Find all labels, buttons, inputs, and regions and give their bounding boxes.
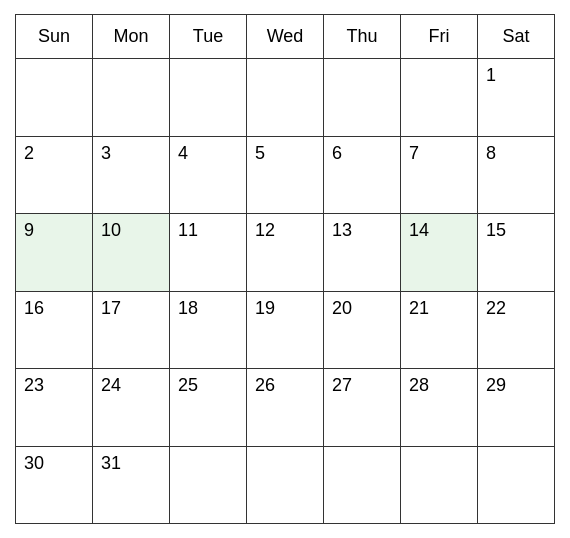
day-number: 26: [255, 375, 275, 395]
calendar-cell[interactable]: 28: [401, 369, 478, 447]
day-number: 10: [101, 220, 121, 240]
calendar-week-5: 3031: [16, 446, 555, 524]
calendar-cell: [93, 59, 170, 137]
calendar-table: SunMonTueWedThuFriSat 123456789101112131…: [15, 14, 555, 524]
calendar-cell[interactable]: 21: [401, 291, 478, 369]
calendar-cell: [401, 446, 478, 524]
calendar-cell[interactable]: 14: [401, 214, 478, 292]
day-header-mon: Mon: [93, 15, 170, 59]
calendar-cell[interactable]: 22: [478, 291, 555, 369]
day-number: 22: [486, 298, 506, 318]
day-number: 7: [409, 143, 419, 163]
calendar-cell[interactable]: 2: [16, 136, 93, 214]
day-number: 28: [409, 375, 429, 395]
calendar-cell[interactable]: 5: [247, 136, 324, 214]
calendar-cell[interactable]: 29: [478, 369, 555, 447]
day-number: 13: [332, 220, 352, 240]
day-number: 30: [24, 453, 44, 473]
calendar-cell[interactable]: 7: [401, 136, 478, 214]
day-number: 14: [409, 220, 429, 240]
day-header-sun: Sun: [16, 15, 93, 59]
calendar-cell[interactable]: 12: [247, 214, 324, 292]
day-header-tue: Tue: [170, 15, 247, 59]
calendar-cell: [247, 59, 324, 137]
calendar-cell[interactable]: 16: [16, 291, 93, 369]
day-header-fri: Fri: [401, 15, 478, 59]
calendar-cell[interactable]: 26: [247, 369, 324, 447]
day-number: 21: [409, 298, 429, 318]
day-number: 17: [101, 298, 121, 318]
day-number: 8: [486, 143, 496, 163]
calendar-cell[interactable]: 15: [478, 214, 555, 292]
calendar-cell[interactable]: 11: [170, 214, 247, 292]
calendar-cell[interactable]: 31: [93, 446, 170, 524]
calendar-cell: [478, 446, 555, 524]
day-number: 24: [101, 375, 121, 395]
calendar-cell: [170, 446, 247, 524]
calendar-cell: [324, 446, 401, 524]
day-number: 25: [178, 375, 198, 395]
calendar-cell[interactable]: 17: [93, 291, 170, 369]
calendar-week-4: 23242526272829: [16, 369, 555, 447]
calendar-week-3: 16171819202122: [16, 291, 555, 369]
calendar-cell: [16, 59, 93, 137]
calendar-cell[interactable]: 8: [478, 136, 555, 214]
calendar-cell: [170, 59, 247, 137]
day-number: 3: [101, 143, 111, 163]
day-number: 29: [486, 375, 506, 395]
calendar-week-2: 9101112131415: [16, 214, 555, 292]
calendar-cell[interactable]: 30: [16, 446, 93, 524]
calendar-cell: [401, 59, 478, 137]
day-number: 19: [255, 298, 275, 318]
calendar-cell[interactable]: 1: [478, 59, 555, 137]
day-number: 4: [178, 143, 188, 163]
calendar-cell[interactable]: 10: [93, 214, 170, 292]
calendar-cell[interactable]: 3: [93, 136, 170, 214]
day-number: 9: [24, 220, 34, 240]
calendar-cell[interactable]: 13: [324, 214, 401, 292]
calendar-cell[interactable]: 25: [170, 369, 247, 447]
day-header-wed: Wed: [247, 15, 324, 59]
day-number: 23: [24, 375, 44, 395]
day-number: 27: [332, 375, 352, 395]
day-number: 12: [255, 220, 275, 240]
calendar-cell[interactable]: 24: [93, 369, 170, 447]
calendar-cell[interactable]: 9: [16, 214, 93, 292]
calendar-cell[interactable]: 19: [247, 291, 324, 369]
day-number: 5: [255, 143, 265, 163]
day-number: 31: [101, 453, 121, 473]
calendar-week-1: 2345678: [16, 136, 555, 214]
day-header-thu: Thu: [324, 15, 401, 59]
calendar-week-0: 1: [16, 59, 555, 137]
calendar-cell[interactable]: 20: [324, 291, 401, 369]
day-number: 6: [332, 143, 342, 163]
day-header-sat: Sat: [478, 15, 555, 59]
day-number: 16: [24, 298, 44, 318]
calendar-cell[interactable]: 27: [324, 369, 401, 447]
calendar-cell[interactable]: 4: [170, 136, 247, 214]
calendar-cell[interactable]: 18: [170, 291, 247, 369]
day-number: 20: [332, 298, 352, 318]
calendar-cell[interactable]: 6: [324, 136, 401, 214]
day-number: 2: [24, 143, 34, 163]
calendar-cell: [324, 59, 401, 137]
day-number: 15: [486, 220, 506, 240]
day-number: 18: [178, 298, 198, 318]
day-number: 1: [486, 65, 496, 85]
calendar-cell: [247, 446, 324, 524]
calendar-cell[interactable]: 23: [16, 369, 93, 447]
day-number: 11: [178, 220, 198, 240]
